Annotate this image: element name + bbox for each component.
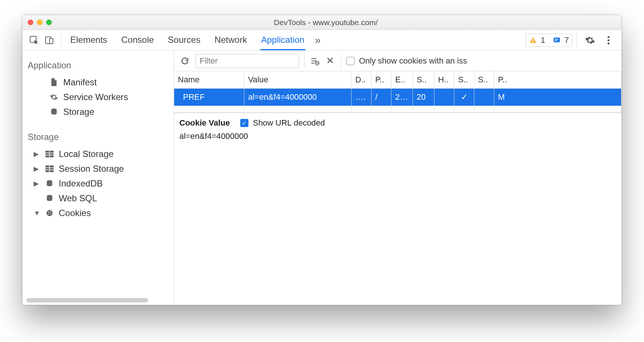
sidebar-item-label: IndexedDB — [59, 178, 103, 189]
tab-application[interactable]: Application — [260, 30, 305, 50]
col-name[interactable]: Name — [174, 71, 244, 89]
database-icon — [45, 179, 54, 188]
application-sidebar: Application Manifest Service Workers — [23, 51, 174, 305]
tab-console[interactable]: Console — [121, 30, 155, 50]
database-icon — [49, 108, 59, 116]
show-url-decoded-checkbox[interactable]: ✓ Show URL decoded — [240, 118, 325, 128]
cookies-toolbar: ✕ Only show cookies with an iss — [174, 51, 621, 71]
maximize-window-button[interactable] — [46, 20, 52, 25]
show-url-decoded-label: Show URL decoded — [253, 118, 325, 128]
col-domain[interactable]: D.. — [352, 71, 372, 89]
tab-network[interactable]: Network — [214, 30, 248, 50]
svg-rect-3 — [533, 39, 533, 41]
panel-tabs: Elements Console Sources Network Applica… — [66, 30, 309, 50]
sidebar-item-storage-overview[interactable]: Storage — [25, 105, 172, 119]
col-size[interactable]: S.. — [413, 71, 434, 89]
svg-rect-15 — [49, 151, 50, 157]
col-expires[interactable]: E.. — [392, 71, 413, 89]
cell-httponly — [434, 89, 454, 106]
svg-point-26 — [48, 214, 49, 215]
window-controls — [28, 20, 52, 25]
col-samesite[interactable]: S.. — [474, 71, 494, 89]
cell-domain: …. — [352, 89, 372, 106]
svg-rect-19 — [49, 165, 50, 172]
inspect-element-button[interactable] — [27, 30, 41, 50]
window-title: DevTools - www.youtube.com/ — [58, 18, 594, 27]
svg-point-24 — [50, 211, 51, 212]
close-window-button[interactable] — [28, 20, 33, 25]
cell-value: al=en&f4=4000000 — [244, 89, 352, 106]
svg-point-8 — [607, 36, 609, 38]
cell-name: PREF — [174, 89, 244, 106]
message-icon — [553, 36, 561, 44]
sidebar-item-cookies[interactable]: ▼ Cookies — [25, 206, 172, 220]
filter-input[interactable] — [196, 54, 299, 68]
more-options-button[interactable] — [600, 30, 617, 50]
grid-icon — [45, 151, 54, 157]
cookies-table: Name Value D.. P.. E.. S.. H.. S.. S.. P… — [174, 71, 621, 113]
settings-button[interactable] — [582, 30, 599, 50]
toggle-device-toolbar-button[interactable] — [43, 30, 57, 50]
collapse-arrow-icon: ▼ — [34, 209, 40, 217]
table-row-empty[interactable] — [174, 106, 621, 113]
cell-expires: 2… — [392, 89, 413, 106]
cell-path: / — [372, 89, 392, 106]
expand-arrow-icon: ▶ — [34, 179, 40, 188]
tab-elements[interactable]: Elements — [70, 30, 108, 50]
table-row[interactable]: PREF al=en&f4=4000000 …. / 2… 20 ✓ M — [174, 89, 621, 106]
col-secure[interactable]: S.. — [454, 71, 474, 89]
delete-selected-button[interactable]: ✕ — [325, 55, 336, 66]
sidebar-item-label: Storage — [63, 107, 94, 117]
cell-priority: M — [494, 89, 621, 106]
col-priority[interactable]: P.. — [494, 71, 621, 89]
grid-icon — [45, 165, 54, 172]
svg-point-9 — [607, 39, 609, 41]
cell-secure: ✓ — [454, 89, 474, 106]
cell-samesite — [474, 89, 494, 106]
only-issues-label: Only show cookies with an iss — [359, 56, 467, 66]
sidebar-item-indexeddb[interactable]: ▶ IndexedDB — [25, 176, 172, 191]
sidebar-item-session-storage[interactable]: ▶ Session Storage — [25, 161, 172, 176]
cookie-detail-pane: Cookie Value ✓ Show URL decoded al=en&f4… — [174, 113, 621, 146]
only-issues-checkbox[interactable]: Only show cookies with an iss — [346, 56, 467, 66]
sidebar-item-label: Web SQL — [59, 193, 97, 204]
sidebar-horizontal-scrollbar[interactable] — [26, 298, 148, 302]
file-icon — [49, 78, 59, 87]
svg-rect-7 — [555, 40, 557, 41]
sidebar-item-service-workers[interactable]: Service Workers — [25, 90, 172, 105]
minimize-window-button[interactable] — [37, 20, 43, 25]
cookies-panel: ✕ Only show cookies with an iss Name Val… — [174, 51, 621, 305]
refresh-button[interactable] — [179, 57, 190, 65]
sidebar-item-label: Session Storage — [59, 164, 124, 174]
warning-count: 1 — [541, 35, 545, 45]
sidebar-item-web-sql[interactable]: Web SQL — [25, 191, 172, 206]
sidebar-item-label: Cookies — [59, 208, 91, 218]
cookie-icon — [45, 209, 54, 217]
expand-arrow-icon: ▶ — [34, 150, 40, 158]
clear-all-button[interactable] — [310, 57, 319, 65]
more-tabs-button[interactable]: » — [311, 30, 325, 50]
cookie-value-text: al=en&f4=4000000 — [179, 131, 616, 141]
table-header-row: Name Value D.. P.. E.. S.. H.. S.. S.. P… — [174, 71, 621, 89]
col-value[interactable]: Value — [244, 71, 352, 89]
titlebar: DevTools - www.youtube.com/ — [23, 15, 621, 30]
col-path[interactable]: P.. — [372, 71, 392, 89]
sidebar-item-local-storage[interactable]: ▶ Local Storage — [25, 147, 172, 161]
col-httponly[interactable]: H.. — [434, 71, 454, 89]
tab-sources[interactable]: Sources — [167, 30, 201, 50]
devtools-window: DevTools - www.youtube.com/ Elements Con… — [22, 15, 622, 305]
expand-arrow-icon: ▶ — [34, 165, 40, 173]
sidebar-item-label: Service Workers — [63, 92, 128, 102]
svg-rect-4 — [533, 41, 533, 42]
svg-point-23 — [48, 212, 49, 213]
console-status-badges[interactable]: 1 7 — [526, 34, 573, 47]
sidebar-item-manifest[interactable]: Manifest — [25, 75, 172, 90]
cookie-value-title: Cookie Value — [179, 118, 230, 128]
sidebar-section-application: Application — [25, 57, 172, 75]
sidebar-section-storage: Storage — [25, 128, 172, 147]
warning-icon — [529, 36, 537, 44]
svg-point-22 — [47, 210, 53, 216]
svg-rect-6 — [555, 39, 558, 40]
devtools-tabstrip: Elements Console Sources Network Applica… — [23, 30, 621, 51]
message-count: 7 — [565, 35, 569, 45]
